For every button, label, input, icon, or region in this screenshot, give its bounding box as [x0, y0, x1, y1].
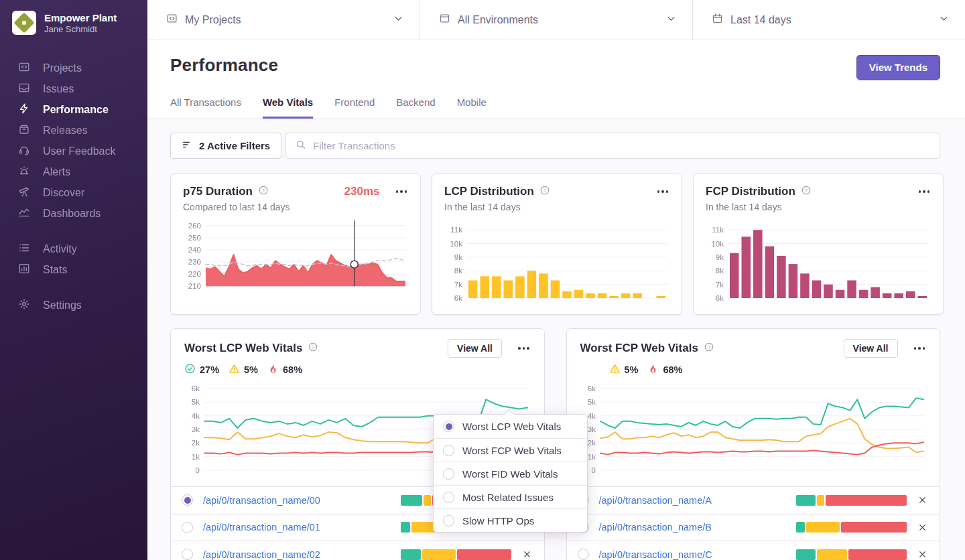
- org-avatar: [12, 11, 36, 35]
- radio-button[interactable]: [182, 549, 193, 560]
- vitals-bar: [796, 495, 907, 506]
- user-name: Jane Schmidt: [44, 24, 117, 34]
- svg-text:8k: 8k: [454, 267, 462, 275]
- projects-icon: [18, 61, 30, 76]
- meh-badge: 5%: [229, 363, 258, 376]
- radio-button[interactable]: [578, 549, 589, 560]
- transaction-link[interactable]: /api/0/transaction_name/02: [203, 549, 320, 560]
- filter-icon: [182, 139, 192, 152]
- table-row[interactable]: /api/0/transaction_name/B: [567, 514, 940, 541]
- menu-item-worst-fcp[interactable]: Worst FCP Web Vitals: [434, 438, 587, 462]
- more-options-button[interactable]: [656, 188, 670, 196]
- more-options-button[interactable]: [917, 188, 931, 196]
- sidebar-item-user-feedback[interactable]: User Feedback: [0, 141, 147, 161]
- radio-button[interactable]: [182, 494, 193, 506]
- global-topbar: My Projects All Environments Last 14 day…: [147, 0, 965, 40]
- table-row[interactable]: /api/0/transaction_name/A: [567, 486, 940, 514]
- lightning-icon: [18, 102, 30, 117]
- p75-duration-chart: 210220230240250260: [183, 218, 408, 298]
- help-icon[interactable]: ?: [704, 342, 714, 355]
- sidebar-item-discover[interactable]: Discover: [0, 182, 147, 203]
- tab-mobile[interactable]: Mobile: [457, 96, 487, 119]
- sidebar-item-settings[interactable]: Settings: [0, 295, 147, 316]
- tab-backend[interactable]: Backend: [396, 96, 435, 119]
- svg-text:10k: 10k: [711, 240, 724, 248]
- sidebar-item-projects[interactable]: Projects: [0, 58, 147, 78]
- sidebar-item-activity[interactable]: Activity: [0, 238, 147, 259]
- gear-icon: [18, 298, 30, 313]
- transaction-link[interactable]: /api/0/transaction_name/01: [203, 522, 320, 533]
- project-selector-value: My Projects: [185, 14, 241, 26]
- sidebar-item-stats[interactable]: Stats: [0, 259, 147, 280]
- svg-text:210: 210: [188, 282, 201, 290]
- more-options-button[interactable]: [395, 188, 409, 196]
- sidebar-item-issues[interactable]: Issues: [0, 78, 147, 99]
- help-icon[interactable]: ?: [801, 185, 812, 198]
- transaction-link[interactable]: /api/0/transaction_name/00: [203, 495, 320, 506]
- table-row[interactable]: /api/0/transaction_name/C: [567, 541, 940, 560]
- vitals-selector-dropdown: Worst LCP Web Vitals Worst FCP Web Vital…: [433, 414, 588, 533]
- more-options-button[interactable]: [913, 344, 927, 352]
- transaction-link[interactable]: /api/0/transaction_name/C: [599, 549, 712, 560]
- menu-item-worst-lcp[interactable]: Worst LCP Web Vitals: [434, 415, 587, 438]
- environment-selector-value: All Environments: [458, 14, 538, 26]
- p75-value: 230ms: [344, 185, 380, 198]
- svg-text:6k: 6k: [192, 384, 200, 393]
- svg-text:3k: 3k: [587, 425, 595, 433]
- sidebar-item-alerts[interactable]: Alerts: [0, 161, 147, 182]
- radio-button[interactable]: [182, 522, 193, 533]
- svg-text:10k: 10k: [450, 240, 462, 248]
- close-icon[interactable]: [917, 549, 927, 559]
- active-filters-button[interactable]: 2 Active Filters: [170, 133, 281, 159]
- tab-web-vitals[interactable]: Web Vitals: [263, 96, 313, 119]
- view-all-button[interactable]: View All: [448, 339, 502, 358]
- table-row[interactable]: /api/0/transaction_name/02: [171, 541, 544, 560]
- svg-text:260: 260: [188, 222, 201, 230]
- transaction-link[interactable]: /api/0/transaction_name/A: [599, 495, 712, 506]
- lcp-distribution-chart: 6k7k8k9k10k11k: [444, 218, 669, 305]
- sidebar-item-label: Dashboards: [43, 208, 101, 220]
- menu-item-worst-fid[interactable]: Worst FID Web Vitals: [434, 462, 587, 485]
- transaction-link[interactable]: /api/0/transaction_name/B: [599, 522, 712, 533]
- worst-fcp-card: Worst FCP Web Vitals ? View All 5% 68%: [566, 328, 941, 560]
- tab-all-transactions[interactable]: All Transactions: [170, 96, 241, 119]
- project-selector[interactable]: My Projects: [147, 0, 420, 40]
- org-switcher[interactable]: Empower Plant Jane Schmidt: [0, 0, 147, 35]
- help-icon[interactable]: ?: [539, 185, 550, 198]
- environment-selector[interactable]: All Environments: [420, 0, 692, 40]
- card-subtitle: In the last 14 days: [444, 202, 669, 212]
- svg-text:8k: 8k: [716, 267, 724, 275]
- date-range-selector[interactable]: Last 14 days: [692, 0, 965, 40]
- search-icon: [296, 139, 306, 153]
- p75-duration-card: p75 Duration ? 230ms Compared to last 14…: [170, 173, 421, 315]
- card-subtitle: Compared to last 14 days: [183, 202, 408, 212]
- sidebar-item-performance[interactable]: Performance: [0, 99, 147, 120]
- view-trends-button[interactable]: View Trends: [856, 55, 940, 80]
- svg-text:?: ?: [543, 188, 546, 194]
- svg-text:250: 250: [188, 234, 201, 242]
- worst-fcp-chart: 01k2k3k4k5k6k: [576, 379, 927, 480]
- menu-item-slow-http-ops[interactable]: Slow HTTP Ops: [434, 508, 587, 532]
- card-title: Worst LCP Web Vitals: [184, 342, 302, 355]
- help-icon[interactable]: ?: [308, 342, 318, 355]
- view-all-button[interactable]: View All: [844, 339, 898, 358]
- search-input[interactable]: [313, 140, 930, 151]
- sidebar-item-dashboards[interactable]: Dashboards: [0, 203, 147, 224]
- svg-text:2k: 2k: [192, 439, 200, 447]
- svg-text:5k: 5k: [192, 398, 200, 406]
- vitals-bar: [796, 522, 907, 533]
- more-options-button[interactable]: [517, 344, 531, 352]
- close-icon[interactable]: [522, 549, 532, 559]
- svg-text:9k: 9k: [716, 253, 724, 261]
- tab-frontend[interactable]: Frontend: [334, 96, 375, 119]
- sidebar-item-releases[interactable]: Releases: [0, 120, 147, 141]
- svg-text:?: ?: [312, 344, 314, 350]
- radio-button: [443, 492, 454, 503]
- svg-text:1k: 1k: [192, 453, 200, 461]
- svg-text:6k: 6k: [587, 384, 595, 393]
- svg-text:6k: 6k: [716, 294, 724, 302]
- close-icon[interactable]: [917, 522, 927, 533]
- close-icon[interactable]: [917, 495, 927, 505]
- menu-item-most-related-issues[interactable]: Most Related Issues: [434, 485, 587, 508]
- help-icon[interactable]: ?: [258, 185, 269, 198]
